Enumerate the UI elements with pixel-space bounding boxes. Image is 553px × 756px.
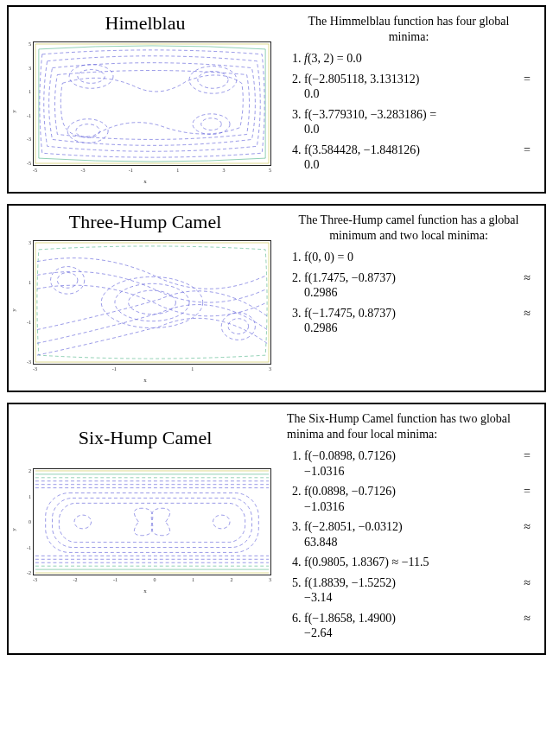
axis-x-ticks: -5 -3 -1 1 3 5 (33, 168, 271, 176)
svg-point-0 (69, 65, 113, 89)
svg-point-8 (101, 276, 202, 327)
contour-svg (34, 42, 270, 165)
list-item: f(−1.7475, 0.8737)≈ 0.2986 (304, 306, 534, 336)
panel-left: Six-Hump Camel y 2 1 0 -1 -2 (16, 410, 275, 594)
svg-point-10 (129, 290, 176, 314)
panel-six-hump-camel: Six-Hump Camel y 2 1 0 -1 -2 (7, 403, 546, 655)
panel-three-hump-camel: Three-Hump Camel y 3 1 -1 -3 (7, 204, 546, 392)
panel-intro: The Three-Hump camel function has a glob… (283, 213, 534, 243)
svg-point-6 (193, 114, 230, 135)
contour-plot-himmelblau: y 5 3 1 -1 -3 -5 (16, 38, 275, 185)
svg-point-14 (228, 319, 248, 334)
svg-point-7 (201, 118, 221, 130)
svg-point-5 (76, 124, 99, 138)
svg-rect-17 (59, 503, 245, 542)
axis-x-ticks: -3 -2 -1 0 1 2 3 (33, 577, 271, 586)
axis-x-ticks: -3 -1 1 3 (33, 366, 271, 375)
list-item: f(0.0898, −0.7126)= −1.0316 (304, 484, 534, 514)
plot-area (33, 468, 271, 575)
contour-plot-three-hump: y 3 1 -1 -3 (16, 237, 275, 384)
svg-point-2 (189, 67, 237, 94)
list-item: f(−1.8658, 1.4900)≈ −2.64 (304, 611, 534, 641)
svg-rect-16 (53, 498, 252, 547)
svg-point-11 (51, 267, 85, 295)
axis-y-ticks: 3 1 -1 -3 (17, 240, 31, 365)
plot-area (33, 240, 271, 365)
axis-x-label: x (143, 588, 147, 594)
axis-y-label: y (10, 308, 17, 312)
list-item: f(3, 2) = 0.0 (304, 51, 534, 67)
panel-intro: The Himmelblau function has four global … (283, 14, 534, 44)
axis-y-ticks: 5 3 1 -1 -3 -5 (17, 41, 31, 166)
panel-title: Six-Hump Camel (16, 427, 275, 449)
panel-title: Himelblau (16, 12, 275, 35)
minima-list: f(−0.0898, 0.7126)= −1.0316 f(0.0898, −0… (283, 448, 534, 641)
svg-point-9 (115, 283, 189, 321)
contour-svg (34, 469, 270, 575)
list-item: f(1.7475, −0.8737)≈ 0.2986 (304, 270, 534, 301)
panel-right: The Three-Hump camel function has a glob… (283, 211, 537, 341)
list-item: f(−3.779310, −3.283186) = 0.0 (304, 107, 534, 137)
svg-point-4 (67, 119, 108, 143)
list-item: f(3.584428, −1.848126)= 0.0 (304, 143, 534, 173)
minima-list: f(3, 2) = 0.0 f(−2.805118, 3.131312)= 0.… (283, 51, 534, 173)
svg-point-13 (221, 313, 255, 340)
plot-area (33, 41, 271, 166)
list-item: f(1.8839, −1.5252)≈ −3.14 (304, 575, 534, 606)
svg-point-19 (213, 515, 230, 529)
axis-x-label: x (143, 178, 147, 185)
panel-himmelblau: Himelblau y 5 3 1 -1 -3 -5 (7, 5, 546, 194)
panel-intro: The Six-Hump Camel function has two glob… (283, 411, 534, 442)
minima-list: f(0, 0) = 0 f(1.7475, −0.8737)≈ 0.2986 f… (283, 250, 534, 336)
axis-y-label: y (10, 110, 17, 113)
list-item: f(0, 0) = 0 (304, 250, 534, 265)
list-item: f(0.9805, 1.8367) ≈ −11.5 (304, 555, 534, 570)
axis-y-label: y (10, 528, 17, 531)
svg-point-3 (198, 72, 228, 89)
list-item: f(−2.8051, −0.0312)≈ 63.848 (304, 519, 534, 550)
svg-point-18 (74, 515, 92, 529)
svg-rect-15 (46, 493, 259, 553)
panel-left: Three-Hump Camel y 3 1 -1 -3 (16, 211, 275, 384)
contour-svg (34, 241, 270, 364)
list-item: f(−2.805118, 3.131312)= 0.0 (304, 72, 534, 102)
panel-left: Himelblau y 5 3 1 -1 -3 -5 (16, 12, 275, 185)
panel-right: The Six-Hump Camel function has two glob… (283, 410, 537, 646)
list-item: f(−0.0898, 0.7126)= −1.0316 (304, 448, 534, 479)
axis-x-label: x (143, 377, 147, 384)
panel-title: Three-Hump Camel (16, 211, 275, 233)
panel-right: The Himmelblau function has four global … (283, 12, 537, 178)
axis-y-ticks: 2 1 0 -1 -2 (17, 468, 31, 575)
contour-plot-six-hump: y 2 1 0 -1 -2 (16, 465, 275, 594)
